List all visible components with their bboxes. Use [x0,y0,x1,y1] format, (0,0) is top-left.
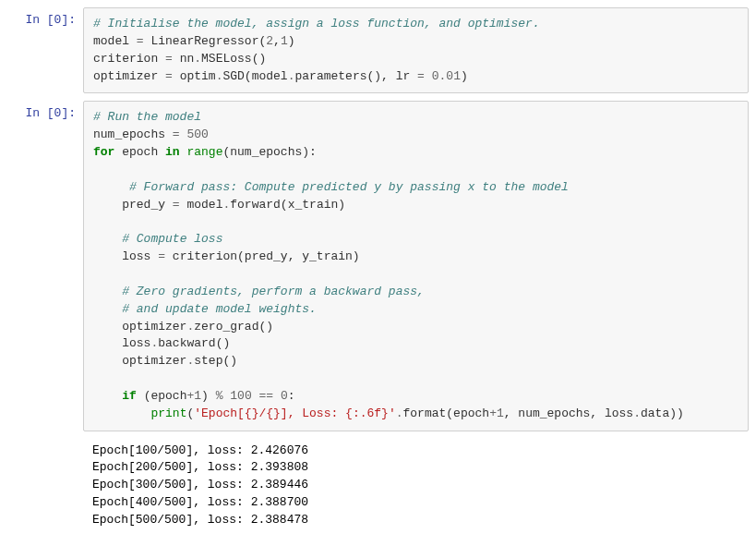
code-cell: In [0]:# Run the model num_epochs = 500 … [7,101,749,431]
code-token: = [417,69,425,83]
code-token: # Forward pass: Compute predicted y by p… [129,180,569,194]
input-prompt: In [0]: [7,7,83,93]
code-token: in [165,145,180,159]
code-token: . [150,336,158,350]
code-token: . [186,354,194,368]
code-token: == [259,389,274,403]
code-token: + [489,406,497,420]
code-token: = [165,52,173,66]
notebook-container: In [0]:# Initialise the model, assign a … [7,7,749,537]
code-editor[interactable]: # Initialise the model, assign a loss fu… [83,7,749,93]
code-token: 100 [230,389,251,403]
code-token: = [173,198,180,212]
code-token: # and update model weights. [122,302,317,316]
code-token: # Initialise the model, assign a loss fu… [93,17,540,30]
code-token: . [186,320,194,334]
code-token: 1 [281,34,288,48]
code-token: # Zero gradients, perform a backward pas… [122,285,425,298]
code-token: . [194,52,201,66]
code-token: = [158,249,165,263]
code-token: . [222,198,230,212]
output-cell: Epoch[100/500], loss: 2.426076 Epoch[200… [7,439,749,537]
code-token: = [137,34,144,48]
code-token: if [122,389,137,403]
output-prompt [7,439,83,537]
code-token: . [396,406,403,420]
code-token: % [216,389,223,403]
code-token: for [93,145,114,159]
code-token: = [173,127,180,141]
code-token: # Run the model [93,110,201,124]
code-token: 0.01 [432,69,461,83]
code-token: . [288,69,295,83]
code-token: 0 [281,389,288,403]
code-token: 1 [194,389,201,403]
input-prompt: In [0]: [7,101,83,431]
code-token: 1 [497,406,504,420]
code-token: . [633,406,641,420]
code-token: . [216,69,223,83]
code-cell: In [0]:# Initialise the model, assign a … [7,7,749,93]
code-token: = [165,69,173,83]
code-editor[interactable]: # Run the model num_epochs = 500 for epo… [83,101,749,431]
code-token: 2 [266,34,273,48]
code-token: print [150,406,186,420]
code-token: # Compute loss [122,232,222,246]
code-token: range [186,145,222,159]
code-token: 'Epoch[{}/{}], Loss: {:.6f}' [194,406,395,420]
output-text: Epoch[100/500], loss: 2.426076 Epoch[200… [83,439,749,537]
code-token: 500 [186,127,208,141]
